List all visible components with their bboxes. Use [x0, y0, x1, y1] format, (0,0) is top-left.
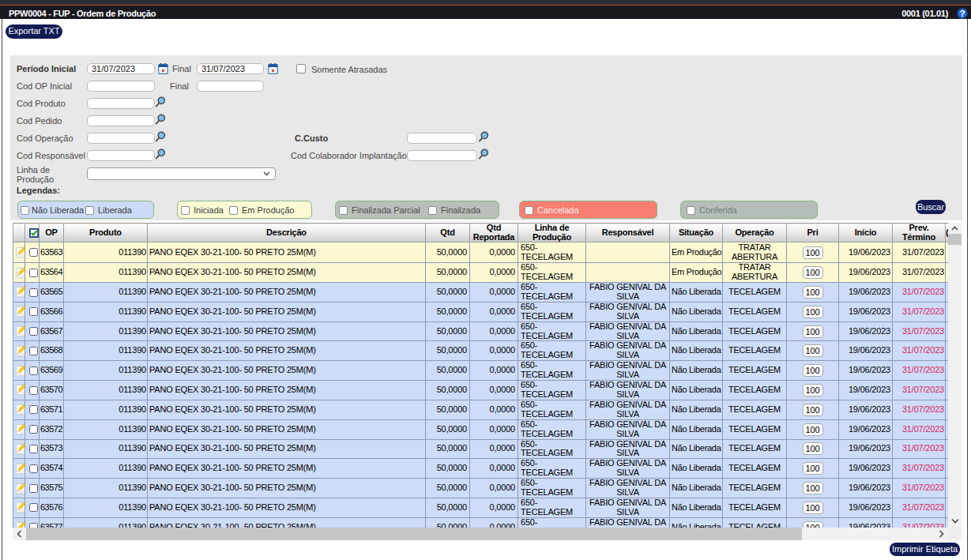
- svg-text:?: ?: [960, 9, 965, 18]
